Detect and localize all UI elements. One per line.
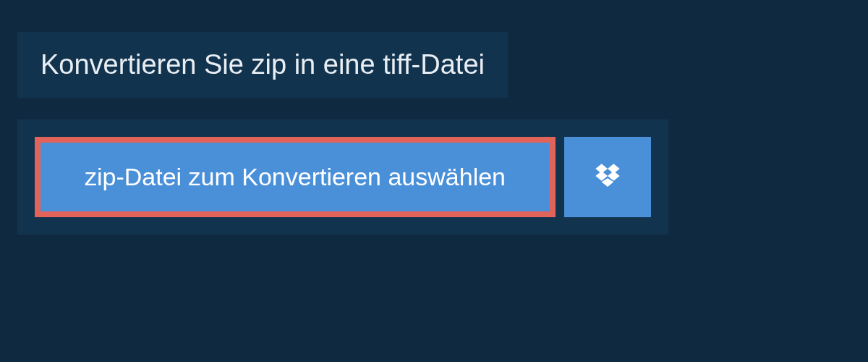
- dropbox-icon: [593, 161, 622, 193]
- page-title: Konvertieren Sie zip in eine tiff-Datei: [41, 49, 485, 80]
- select-file-button[interactable]: zip-Datei zum Konvertieren auswählen: [35, 137, 556, 217]
- button-panel: zip-Datei zum Konvertieren auswählen: [17, 119, 668, 235]
- dropbox-button[interactable]: [564, 137, 651, 217]
- select-file-label: zip-Datei zum Konvertieren auswählen: [85, 163, 506, 191]
- title-bar: Konvertieren Sie zip in eine tiff-Datei: [17, 32, 508, 98]
